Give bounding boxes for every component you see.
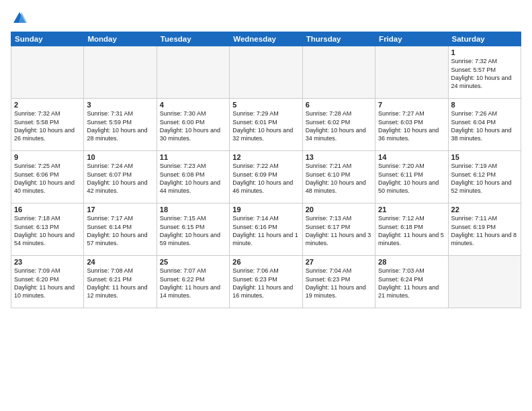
day-number: 16 <box>14 205 81 214</box>
day-info: Sunrise: 7:21 AM Sunset: 6:10 PM Dayligh… <box>306 162 372 195</box>
day-info: Sunrise: 7:23 AM Sunset: 6:08 PM Dayligh… <box>160 162 226 195</box>
day-info: Sunrise: 7:32 AM Sunset: 5:57 PM Dayligh… <box>451 57 518 90</box>
calendar-cell: 13Sunrise: 7:21 AM Sunset: 6:10 PM Dayli… <box>302 151 375 203</box>
calendar-cell: 10Sunrise: 7:24 AM Sunset: 6:07 PM Dayli… <box>84 151 157 203</box>
day-number: 18 <box>160 205 226 214</box>
day-number: 15 <box>451 153 518 161</box>
calendar-cell: 2Sunrise: 7:32 AM Sunset: 5:58 PM Daylig… <box>11 99 84 151</box>
day-info: Sunrise: 7:13 AM Sunset: 6:17 PM Dayligh… <box>306 214 372 247</box>
day-info: Sunrise: 7:26 AM Sunset: 6:04 PM Dayligh… <box>451 109 518 142</box>
day-number: 28 <box>378 258 445 266</box>
day-number: 19 <box>232 205 299 214</box>
day-number: 13 <box>306 153 372 161</box>
calendar-week-row: 23Sunrise: 7:09 AM Sunset: 6:20 PM Dayli… <box>11 256 521 308</box>
day-info: Sunrise: 7:25 AM Sunset: 6:06 PM Dayligh… <box>14 162 81 195</box>
day-info: Sunrise: 7:19 AM Sunset: 6:12 PM Dayligh… <box>451 162 518 195</box>
calendar-cell: 24Sunrise: 7:08 AM Sunset: 6:21 PM Dayli… <box>84 256 157 308</box>
calendar-cell: 26Sunrise: 7:06 AM Sunset: 6:23 PM Dayli… <box>230 256 302 308</box>
day-info: Sunrise: 7:15 AM Sunset: 6:15 PM Dayligh… <box>160 214 226 247</box>
calendar-cell: 23Sunrise: 7:09 AM Sunset: 6:20 PM Dayli… <box>11 256 84 308</box>
calendar-cell <box>84 46 157 99</box>
calendar-cell: 11Sunrise: 7:23 AM Sunset: 6:08 PM Dayli… <box>157 151 229 203</box>
calendar-cell: 5Sunrise: 7:29 AM Sunset: 6:01 PM Daylig… <box>230 99 302 151</box>
calendar-cell: 3Sunrise: 7:31 AM Sunset: 5:59 PM Daylig… <box>84 99 157 151</box>
day-info: Sunrise: 7:06 AM Sunset: 6:23 PM Dayligh… <box>232 267 299 300</box>
day-info: Sunrise: 7:22 AM Sunset: 6:09 PM Dayligh… <box>232 162 299 195</box>
calendar-cell: 27Sunrise: 7:04 AM Sunset: 6:23 PM Dayli… <box>302 256 375 308</box>
calendar-cell: 4Sunrise: 7:30 AM Sunset: 6:00 PM Daylig… <box>157 99 229 151</box>
day-info: Sunrise: 7:32 AM Sunset: 5:58 PM Dayligh… <box>14 109 81 142</box>
day-number: 11 <box>160 153 226 161</box>
calendar-cell: 8Sunrise: 7:26 AM Sunset: 6:04 PM Daylig… <box>448 99 521 151</box>
day-number: 2 <box>14 101 81 109</box>
calendar-week-row: 1Sunrise: 7:32 AM Sunset: 5:57 PM Daylig… <box>11 46 521 99</box>
weekday-header: Monday <box>84 32 157 46</box>
day-info: Sunrise: 7:09 AM Sunset: 6:20 PM Dayligh… <box>14 267 81 300</box>
calendar-cell: 7Sunrise: 7:27 AM Sunset: 6:03 PM Daylig… <box>375 99 448 151</box>
day-number: 21 <box>378 205 445 214</box>
calendar-cell <box>302 46 375 99</box>
calendar-cell: 1Sunrise: 7:32 AM Sunset: 5:57 PM Daylig… <box>448 46 521 99</box>
day-number: 23 <box>14 258 81 266</box>
day-info: Sunrise: 7:30 AM Sunset: 6:00 PM Dayligh… <box>160 109 226 142</box>
day-info: Sunrise: 7:12 AM Sunset: 6:18 PM Dayligh… <box>378 214 445 247</box>
day-info: Sunrise: 7:14 AM Sunset: 6:16 PM Dayligh… <box>232 214 299 247</box>
calendar-cell: 18Sunrise: 7:15 AM Sunset: 6:15 PM Dayli… <box>157 203 229 256</box>
day-info: Sunrise: 7:18 AM Sunset: 6:13 PM Dayligh… <box>14 214 81 247</box>
calendar-cell: 21Sunrise: 7:12 AM Sunset: 6:18 PM Dayli… <box>375 203 448 256</box>
day-number: 20 <box>306 205 372 214</box>
calendar-cell: 22Sunrise: 7:11 AM Sunset: 6:19 PM Dayli… <box>448 203 521 256</box>
day-info: Sunrise: 7:08 AM Sunset: 6:21 PM Dayligh… <box>87 267 153 300</box>
day-info: Sunrise: 7:27 AM Sunset: 6:03 PM Dayligh… <box>378 109 445 142</box>
day-number: 26 <box>232 258 299 266</box>
calendar-cell: 14Sunrise: 7:20 AM Sunset: 6:11 PM Dayli… <box>375 151 448 203</box>
day-number: 9 <box>14 153 81 161</box>
day-number: 24 <box>87 258 153 266</box>
day-info: Sunrise: 7:29 AM Sunset: 6:01 PM Dayligh… <box>232 109 299 142</box>
calendar-cell: 6Sunrise: 7:28 AM Sunset: 6:02 PM Daylig… <box>302 99 375 151</box>
calendar-cell: 17Sunrise: 7:17 AM Sunset: 6:14 PM Dayli… <box>84 203 157 256</box>
day-number: 8 <box>451 101 518 109</box>
weekday-header: Saturday <box>448 32 521 46</box>
calendar-cell: 19Sunrise: 7:14 AM Sunset: 6:16 PM Dayli… <box>230 203 302 256</box>
calendar-cell: 28Sunrise: 7:03 AM Sunset: 6:24 PM Dayli… <box>375 256 448 308</box>
calendar-cell: 16Sunrise: 7:18 AM Sunset: 6:13 PM Dayli… <box>11 203 84 256</box>
calendar-cell <box>448 256 521 308</box>
calendar-cell: 20Sunrise: 7:13 AM Sunset: 6:17 PM Dayli… <box>302 203 375 256</box>
day-number: 14 <box>378 153 445 161</box>
calendar-cell: 25Sunrise: 7:07 AM Sunset: 6:22 PM Dayli… <box>157 256 229 308</box>
day-number: 3 <box>87 101 153 109</box>
calendar-cell: 9Sunrise: 7:25 AM Sunset: 6:06 PM Daylig… <box>11 151 84 203</box>
calendar-cell: 15Sunrise: 7:19 AM Sunset: 6:12 PM Dayli… <box>448 151 521 203</box>
day-info: Sunrise: 7:04 AM Sunset: 6:23 PM Dayligh… <box>306 267 372 300</box>
calendar-cell <box>375 46 448 99</box>
day-number: 5 <box>232 101 299 109</box>
day-info: Sunrise: 7:07 AM Sunset: 6:22 PM Dayligh… <box>160 267 226 300</box>
logo <box>11 11 27 28</box>
day-number: 10 <box>87 153 153 161</box>
weekday-header: Friday <box>375 32 448 46</box>
weekday-header: Thursday <box>302 32 375 46</box>
calendar-table: SundayMondayTuesdayWednesdayThursdayFrid… <box>11 32 521 308</box>
day-info: Sunrise: 7:03 AM Sunset: 6:24 PM Dayligh… <box>378 267 445 300</box>
weekday-header: Wednesday <box>230 32 302 46</box>
calendar-cell: 12Sunrise: 7:22 AM Sunset: 6:09 PM Dayli… <box>230 151 302 203</box>
day-number: 17 <box>87 205 153 214</box>
calendar-cell <box>230 46 302 99</box>
day-number: 1 <box>451 48 518 56</box>
day-info: Sunrise: 7:11 AM Sunset: 6:19 PM Dayligh… <box>451 214 518 247</box>
calendar-header-row: SundayMondayTuesdayWednesdayThursdayFrid… <box>11 32 521 46</box>
calendar-week-row: 16Sunrise: 7:18 AM Sunset: 6:13 PM Dayli… <box>11 203 521 256</box>
day-number: 22 <box>451 205 518 214</box>
day-info: Sunrise: 7:17 AM Sunset: 6:14 PM Dayligh… <box>87 214 153 247</box>
day-number: 12 <box>232 153 299 161</box>
calendar-cell <box>11 46 84 99</box>
calendar-week-row: 2Sunrise: 7:32 AM Sunset: 5:58 PM Daylig… <box>11 99 521 151</box>
day-number: 7 <box>378 101 445 109</box>
day-number: 4 <box>160 101 226 109</box>
day-info: Sunrise: 7:28 AM Sunset: 6:02 PM Dayligh… <box>306 109 372 142</box>
calendar-week-row: 9Sunrise: 7:25 AM Sunset: 6:06 PM Daylig… <box>11 151 521 203</box>
day-info: Sunrise: 7:20 AM Sunset: 6:11 PM Dayligh… <box>378 162 445 195</box>
weekday-header: Tuesday <box>157 32 229 46</box>
page: SundayMondayTuesdayWednesdayThursdayFrid… <box>0 0 532 411</box>
